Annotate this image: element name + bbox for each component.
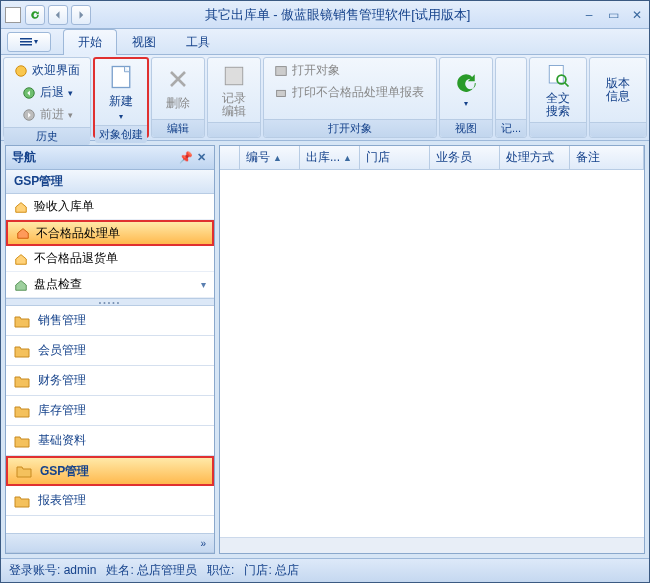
house-icon: [14, 252, 28, 266]
col-id[interactable]: 编号▲: [240, 146, 300, 169]
svg-rect-0: [20, 38, 32, 40]
svg-rect-7: [225, 67, 243, 85]
nav-cat-inventory[interactable]: 库存管理: [6, 396, 214, 426]
col-method[interactable]: 处理方式: [500, 146, 570, 169]
expand-icon[interactable]: ▾: [201, 279, 206, 290]
cat-label: 财务管理: [38, 372, 86, 389]
tree-label: 不合格品处理单: [36, 225, 120, 242]
nav-cat-gsp[interactable]: GSP管理: [6, 456, 214, 486]
folder-icon: [14, 434, 30, 448]
open-group-label: 打开对象: [264, 119, 436, 137]
content-grid: 编号▲ 出库...▲ 门店 业务员 处理方式 备注: [219, 145, 645, 554]
fulltext-search-button[interactable]: 全文搜索: [536, 60, 580, 120]
col-label: 业务员: [436, 149, 472, 166]
create-group-label: 对象创建: [95, 125, 147, 143]
ribbon-group-search: 全文搜索: [529, 57, 587, 138]
records-group-label: 记...: [496, 119, 526, 137]
chevron-icon[interactable]: »: [200, 540, 208, 547]
menu-bar: ▾ 开始 视图 工具: [1, 29, 649, 55]
ribbon-group-history: 欢迎界面 后退▾ 前进▾ 历史: [3, 57, 91, 138]
nav-forward-button[interactable]: [71, 5, 91, 25]
pin-icon[interactable]: 📌: [177, 151, 195, 164]
sort-asc-icon: ▲: [273, 153, 282, 163]
tab-view[interactable]: 视图: [117, 29, 171, 55]
delete-button[interactable]: 删除: [158, 63, 198, 114]
maximize-button[interactable]: ▭: [605, 8, 621, 22]
col-salesperson[interactable]: 业务员: [430, 146, 500, 169]
nav-cat-finance[interactable]: 财务管理: [6, 366, 214, 396]
nav-panel: 导航 📌 ✕ GSP管理 验收入库单 不合格品处理单 不合格品退货单 盘点检查 …: [5, 145, 215, 554]
tree-item-nonconforming[interactable]: 不合格品处理单: [6, 220, 214, 246]
nav-cat-basic[interactable]: 基础资料: [6, 426, 214, 456]
tree-label: 不合格品退货单: [34, 250, 118, 267]
cat-label: 销售管理: [38, 312, 86, 329]
tab-start[interactable]: 开始: [63, 29, 117, 55]
house-icon: [16, 226, 30, 240]
edit-record-label: 记录编辑: [220, 92, 248, 118]
folder-icon: [14, 344, 30, 358]
view-refresh-button[interactable]: ▾: [446, 67, 486, 110]
col-outbound[interactable]: 出库...▲: [300, 146, 360, 169]
print-report-label: 打印不合格品处理单报表: [292, 84, 424, 101]
version-label: 版本信息: [602, 77, 634, 103]
nav-cat-sales[interactable]: 销售管理: [6, 306, 214, 336]
svg-rect-9: [277, 90, 286, 96]
close-button[interactable]: ✕: [629, 8, 645, 22]
forward-button[interactable]: 前进▾: [18, 104, 77, 125]
ribbon: 欢迎界面 后退▾ 前进▾ 历史 新建 ▾ 对象创建 删除 编辑: [1, 55, 649, 141]
title-bar: 其它出库单 - 傲蓝眼镜销售管理软件[试用版本] – ▭ ✕: [1, 1, 649, 29]
welcome-button[interactable]: 欢迎界面: [10, 60, 84, 81]
horizontal-scrollbar[interactable]: [220, 537, 644, 553]
nav-cat-member[interactable]: 会员管理: [6, 336, 214, 366]
ribbon-group-edit: 删除 编辑: [151, 57, 205, 138]
new-button[interactable]: 新建 ▾: [101, 61, 141, 123]
minimize-button[interactable]: –: [581, 8, 597, 22]
nav-tree: 验收入库单 不合格品处理单 不合格品退货单 盘点检查 ▾: [6, 194, 214, 298]
nav-section-header[interactable]: GSP管理: [6, 170, 214, 194]
version-info-button[interactable]: 版本信息: [596, 75, 640, 105]
back-button[interactable]: 后退▾: [18, 82, 77, 103]
folder-icon: [14, 314, 30, 328]
col-label: 处理方式: [506, 149, 554, 166]
cat-label: 会员管理: [38, 342, 86, 359]
svg-rect-2: [20, 44, 32, 46]
tree-item-inventory[interactable]: 盘点检查 ▾: [6, 272, 214, 298]
tree-item-return[interactable]: 不合格品退货单: [6, 246, 214, 272]
svg-rect-1: [20, 41, 32, 43]
nav-categories: 销售管理 会员管理 财务管理 库存管理 基础资料 GSP管理 报表管理: [6, 306, 214, 533]
status-name: 姓名: 总店管理员: [106, 562, 197, 579]
folder-icon: [14, 494, 30, 508]
grid-body[interactable]: [220, 170, 644, 537]
nav-close-icon[interactable]: ✕: [195, 151, 208, 164]
ribbon-group-records: 记...: [495, 57, 527, 138]
app-icon: [5, 7, 21, 23]
svg-rect-10: [549, 66, 563, 84]
grid-selector[interactable]: [220, 146, 240, 169]
nav-cat-report[interactable]: 报表管理: [6, 486, 214, 516]
col-store[interactable]: 门店: [360, 146, 430, 169]
splitter-grip[interactable]: •••••: [6, 298, 214, 306]
welcome-label: 欢迎界面: [32, 62, 80, 79]
col-label: 备注: [576, 149, 600, 166]
tree-item-acceptance[interactable]: 验收入库单: [6, 194, 214, 220]
forward-label: 前进: [40, 106, 64, 123]
nav-back-button[interactable]: [48, 5, 68, 25]
folder-icon: [14, 404, 30, 418]
nav-footer-grip[interactable]: »: [6, 533, 214, 553]
nav-title: 导航: [12, 149, 36, 166]
print-report-button[interactable]: 打印不合格品处理单报表: [270, 82, 428, 103]
refresh-button[interactable]: [25, 5, 45, 25]
svg-point-3: [16, 65, 27, 76]
delete-label: 删除: [166, 95, 190, 112]
col-remark[interactable]: 备注: [570, 146, 644, 169]
edit-record-button[interactable]: 记录编辑: [214, 60, 254, 120]
ribbon-group-open: 打开对象 打印不合格品处理单报表 打开对象: [263, 57, 437, 138]
open-object-button[interactable]: 打开对象: [270, 60, 344, 81]
tab-tools[interactable]: 工具: [171, 29, 225, 55]
house-icon: [14, 200, 28, 214]
app-menu-button[interactable]: ▾: [7, 32, 51, 52]
sort-asc-icon: ▲: [343, 153, 352, 163]
col-label: 出库...: [306, 149, 340, 166]
status-store: 门店: 总店: [244, 562, 299, 579]
ribbon-group-create: 新建 ▾ 对象创建: [93, 57, 149, 138]
